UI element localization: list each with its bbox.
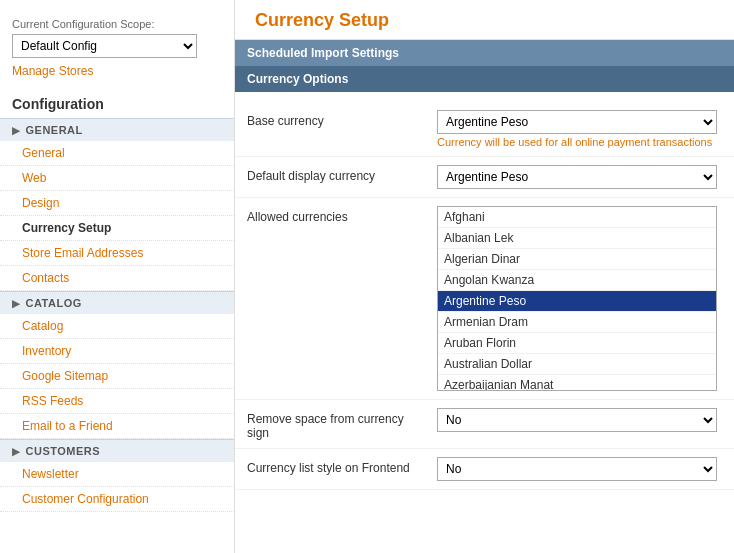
- currency-option[interactable]: Azerbaijanian Manat: [438, 375, 716, 391]
- currency-option[interactable]: Armenian Dram: [438, 312, 716, 333]
- nav-item-general[interactable]: General: [0, 141, 234, 166]
- nav-item-inventory[interactable]: Inventory: [0, 339, 234, 364]
- remove-space-label: Remove space from currency sign: [247, 408, 437, 440]
- catalog-group-label: CATALOG: [26, 297, 82, 309]
- currency-list-style-select[interactable]: No Yes: [437, 457, 717, 481]
- scope-select[interactable]: Default Config: [12, 34, 197, 58]
- allowed-currencies-field: AfghaniAlbanian LekAlgerian DinarAngolan…: [437, 206, 722, 391]
- general-arrow-icon: ▶: [12, 125, 21, 136]
- nav-item-web[interactable]: Web: [0, 166, 234, 191]
- currency-list-style-label: Currency list style on Frontend: [247, 457, 437, 475]
- sidebar-config-title: Configuration: [0, 86, 234, 118]
- allowed-currencies-row: Allowed currencies AfghaniAlbanian LekAl…: [235, 198, 734, 400]
- currency-option[interactable]: Aruban Florin: [438, 333, 716, 354]
- remove-space-row: Remove space from currency sign No Yes: [235, 400, 734, 449]
- default-display-label: Default display currency: [247, 165, 437, 183]
- customers-arrow-icon: ▶: [12, 446, 21, 457]
- general-group-label: GENERAL: [26, 124, 83, 136]
- currency-list-style-field: No Yes: [437, 457, 722, 481]
- page-title: Currency Setup: [235, 0, 734, 40]
- remove-space-field: No Yes: [437, 408, 722, 432]
- nav-item-design[interactable]: Design: [0, 191, 234, 216]
- nav-group-customers[interactable]: ▶ CUSTOMERS: [0, 439, 234, 462]
- currency-options-form: Base currency Argentine Peso Currency wi…: [235, 92, 734, 500]
- base-currency-row: Base currency Argentine Peso Currency wi…: [235, 102, 734, 157]
- nav-item-email-to-friend[interactable]: Email to a Friend: [0, 414, 234, 439]
- nav-group-general[interactable]: ▶ GENERAL: [0, 118, 234, 141]
- currency-option[interactable]: Afghani: [438, 207, 716, 228]
- main-content: Currency Setup Scheduled Import Settings…: [235, 0, 734, 553]
- sidebar: Current Configuration Scope: Default Con…: [0, 0, 235, 553]
- base-currency-field: Argentine Peso Currency will be used for…: [437, 110, 722, 148]
- nav-item-google-sitemap[interactable]: Google Sitemap: [0, 364, 234, 389]
- nav-item-store-email[interactable]: Store Email Addresses: [0, 241, 234, 266]
- currency-option[interactable]: Algerian Dinar: [438, 249, 716, 270]
- nav-item-catalog[interactable]: Catalog: [0, 314, 234, 339]
- catalog-arrow-icon: ▶: [12, 298, 21, 309]
- currency-option[interactable]: Albanian Lek: [438, 228, 716, 249]
- default-display-select[interactable]: Argentine Peso: [437, 165, 717, 189]
- default-display-row: Default display currency Argentine Peso: [235, 157, 734, 198]
- base-currency-note: Currency will be used for all online pay…: [437, 136, 722, 148]
- nav-item-currency-setup[interactable]: Currency Setup: [0, 216, 234, 241]
- nav-item-customer-config[interactable]: Customer Configuration: [0, 487, 234, 512]
- currency-option[interactable]: Australian Dollar: [438, 354, 716, 375]
- currency-option[interactable]: Argentine Peso: [438, 291, 716, 312]
- base-currency-label: Base currency: [247, 110, 437, 128]
- scope-label: Current Configuration Scope:: [12, 18, 222, 30]
- currency-list-style-row: Currency list style on Frontend No Yes: [235, 449, 734, 490]
- currency-listbox[interactable]: AfghaniAlbanian LekAlgerian DinarAngolan…: [437, 206, 717, 391]
- customers-group-label: CUSTOMERS: [26, 445, 101, 457]
- allowed-currencies-label: Allowed currencies: [247, 206, 437, 224]
- base-currency-select[interactable]: Argentine Peso: [437, 110, 717, 134]
- default-display-field: Argentine Peso: [437, 165, 722, 189]
- nav-item-contacts[interactable]: Contacts: [0, 266, 234, 291]
- nav-item-newsletter[interactable]: Newsletter: [0, 462, 234, 487]
- currency-option[interactable]: Angolan Kwanza: [438, 270, 716, 291]
- manage-stores-link[interactable]: Manage Stores: [12, 64, 222, 78]
- nav-group-catalog[interactable]: ▶ CATALOG: [0, 291, 234, 314]
- scheduled-import-header: Scheduled Import Settings: [235, 40, 734, 66]
- scope-section: Current Configuration Scope: Default Con…: [0, 10, 234, 86]
- nav-item-rss-feeds[interactable]: RSS Feeds: [0, 389, 234, 414]
- currency-options-header: Currency Options: [235, 66, 734, 92]
- remove-space-select[interactable]: No Yes: [437, 408, 717, 432]
